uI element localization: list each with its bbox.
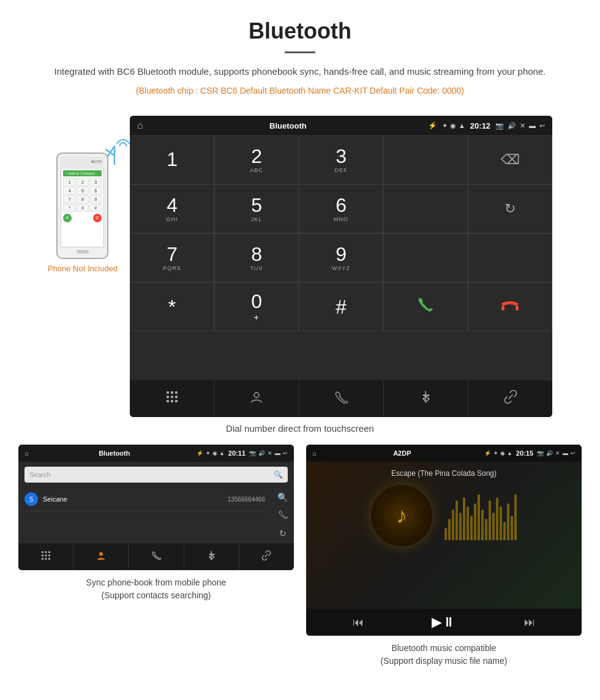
contacts-nav-dialpad[interactable] xyxy=(18,543,73,570)
key-0[interactable]: 0 + xyxy=(214,282,299,331)
key-1-num: 1 xyxy=(167,149,178,169)
contacts-usb-icon: ⚡ xyxy=(197,450,203,456)
location-icon: ◉ xyxy=(450,122,456,130)
contacts-body: S Seicane 13566664466 🔍 ↻ xyxy=(18,487,294,543)
backspace-button[interactable]: ⌫ xyxy=(468,135,552,184)
key-7[interactable]: 7 PQRS xyxy=(130,233,214,282)
contacts-home-icon: ⌂ xyxy=(24,450,29,457)
contacts-nav-phone[interactable] xyxy=(129,543,184,570)
key-8[interactable]: 8 TUV xyxy=(214,233,299,282)
svg-rect-2 xyxy=(167,391,169,394)
dial-section: MOTO + Add to Contacts 1 2 3 4 5 6 7 8 9 xyxy=(0,110,600,417)
svg-rect-18 xyxy=(42,558,43,560)
nav-phone[interactable] xyxy=(299,380,384,417)
phone-body: MOTO + Add to Contacts 1 2 3 4 5 6 7 8 9 xyxy=(56,152,108,259)
music-status-bar: ⌂ A2DP ⚡ ✦ ◉ ▲ 20:15 📷 🔊 ✕ ▬ ↩ xyxy=(306,445,582,462)
play-pause-icon[interactable]: ▶⏸ xyxy=(432,614,456,630)
page-title: Bluetooth xyxy=(37,18,563,44)
key-3[interactable]: 3 DEF xyxy=(299,135,383,184)
music-status-icons: ✦ ◉ ▲ xyxy=(493,450,512,456)
phone-call-button: ✆ xyxy=(63,214,72,222)
nav-contacts[interactable] xyxy=(214,380,299,417)
viz-bar xyxy=(467,506,469,540)
camera-icon: 📷 xyxy=(495,122,504,130)
music-caption: Bluetooth music compatible (Support disp… xyxy=(306,642,582,668)
phone-key-hash: # xyxy=(89,204,102,212)
phone-keypad: 1 2 3 4 5 6 7 8 9 * 0 # xyxy=(63,178,102,212)
phone-icon xyxy=(334,390,348,407)
phone-screen-header: + Add to Contacts xyxy=(63,170,102,176)
music-home-icon: ⌂ xyxy=(312,450,317,457)
key-hash[interactable]: # xyxy=(299,282,383,331)
phone-key-star: * xyxy=(63,204,75,212)
header-divider xyxy=(285,51,315,53)
phone-key-9: 9 xyxy=(89,195,102,203)
music-usb-icon: ⚡ xyxy=(484,450,491,456)
contacts-caption-line2: (Support contacts searching) xyxy=(102,590,211,600)
contacts-nav-bluetooth[interactable] xyxy=(184,543,239,570)
nav-bluetooth[interactable] xyxy=(384,380,468,417)
contacts-list: S Seicane 13566664466 xyxy=(18,487,271,511)
status-time: 20:12 xyxy=(470,121,490,130)
key-0-num: 0 xyxy=(251,292,262,311)
nav-link[interactable] xyxy=(468,380,552,417)
contacts-search-bar[interactable]: Search 🔍 xyxy=(24,467,288,483)
svg-rect-0 xyxy=(501,306,504,310)
viz-bar xyxy=(444,528,447,540)
key-5[interactable]: 5 JKL xyxy=(214,184,299,233)
phone-key-2: 2 xyxy=(77,178,89,186)
contacts-search-placeholder: Search xyxy=(29,471,51,478)
viz-bar xyxy=(481,510,484,540)
bluetooth-nav-icon xyxy=(419,390,432,407)
key-7-sub: PQRS xyxy=(163,265,181,271)
contact-avatar: S xyxy=(24,492,38,506)
contacts-nav-link[interactable] xyxy=(239,543,294,570)
contacts-sig-icon: ▲ xyxy=(219,450,225,456)
home-icon[interactable]: ⌂ xyxy=(137,120,143,131)
key-empty-1 xyxy=(383,135,468,184)
contacts-status-bar: ⌂ Bluetooth ⚡ ✦ ◉ ▲ 20:11 📷 🔊 ✕ ▬ ↩ xyxy=(18,445,294,462)
viz-bar xyxy=(459,513,462,540)
contacts-win-icon: ▬ xyxy=(275,450,280,456)
status-icons: ✦ ◉ ▲ xyxy=(442,122,465,130)
svg-rect-10 xyxy=(175,400,178,402)
call-green-button[interactable] xyxy=(383,282,468,331)
dialpad-icon xyxy=(165,390,179,407)
key-empty-3 xyxy=(383,233,468,282)
key-4-num: 4 xyxy=(167,195,178,215)
viz-bar xyxy=(463,497,465,540)
next-track-icon[interactable]: ⏭ xyxy=(524,616,535,629)
key-star[interactable]: * xyxy=(130,282,214,331)
svg-rect-7 xyxy=(175,396,178,398)
svg-rect-4 xyxy=(175,391,178,394)
key-2[interactable]: 2 ABC xyxy=(214,135,299,184)
nav-dialpad[interactable] xyxy=(130,380,214,417)
svg-rect-6 xyxy=(171,396,173,398)
signal-icon: ▲ xyxy=(459,122,465,129)
phone-key-1: 1 xyxy=(63,178,75,186)
music-loc-icon: ◉ xyxy=(500,450,505,456)
phone-key-7: 7 xyxy=(63,195,75,203)
phone-top-bar: MOTO xyxy=(61,157,104,167)
viz-bar xyxy=(474,503,476,540)
key-8-num: 8 xyxy=(251,244,262,264)
call-red-button[interactable] xyxy=(468,282,552,331)
contact-row[interactable]: S Seicane 13566664466 xyxy=(24,487,265,511)
music-caption-line2: (Support display music file name) xyxy=(381,656,508,666)
link-icon xyxy=(504,390,517,407)
contacts-nav-person[interactable] xyxy=(73,543,129,570)
key-empty-4 xyxy=(468,233,552,282)
header-specs: (Bluetooth chip : CSR BC6 Default Blueto… xyxy=(37,84,563,97)
key-6[interactable]: 6 MNO xyxy=(299,184,383,233)
music-note-icon: ♪ xyxy=(396,503,407,529)
key-4[interactable]: 4 GHI xyxy=(130,184,214,233)
svg-rect-13 xyxy=(45,551,47,553)
svg-rect-15 xyxy=(42,555,43,557)
key-1[interactable]: 1 xyxy=(130,135,214,184)
prev-track-icon[interactable]: ⏮ xyxy=(353,616,364,629)
phone-key-0: 0 xyxy=(77,204,89,212)
key-9-sub: WXYZ xyxy=(332,265,350,271)
key-9[interactable]: 9 WXYZ xyxy=(299,233,383,282)
refresh-button[interactable]: ↻ xyxy=(468,184,552,233)
contacts-loc-icon: ◉ xyxy=(212,450,217,456)
